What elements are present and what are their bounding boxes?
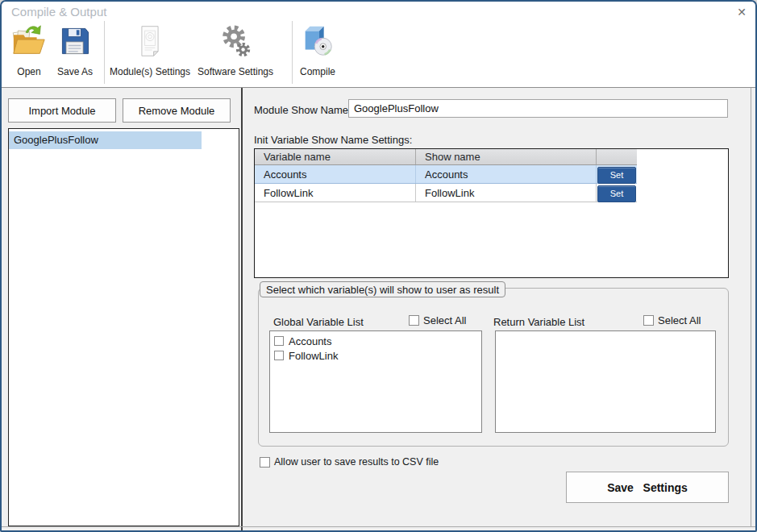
- return-select-all-label: Select All: [658, 314, 701, 326]
- toolbar-separator: [292, 21, 293, 84]
- table-row[interactable]: FollowLink FollowLink Set: [255, 184, 637, 202]
- table-header-row: Variable name Show name: [255, 149, 637, 165]
- init-variable-table: Variable name Show name Accounts Account…: [254, 148, 729, 278]
- return-variable-list-label: Return Variable List: [493, 316, 584, 328]
- csv-checkbox[interactable]: [260, 457, 270, 468]
- module-settings-document-icon: [131, 21, 169, 61]
- save-floppy-icon: [56, 21, 94, 61]
- init-variable-settings-label: Init Variable Show Name Settings:: [254, 134, 412, 146]
- software-settings-gears-icon: [216, 21, 255, 61]
- groupbox-legend: Select which variable(s) will show to us…: [260, 281, 505, 297]
- compile-box-cd-icon: [298, 21, 337, 61]
- global-variable-list-label: Global Variable List: [273, 316, 364, 328]
- variable-check-label: FollowLink: [289, 350, 338, 362]
- toolbar-button-open[interactable]: Open: [8, 21, 50, 84]
- variable-check-item[interactable]: FollowLink: [272, 348, 481, 363]
- module-show-name-input[interactable]: [348, 99, 728, 118]
- toolbar-label-software-settings: Software Settings: [198, 66, 273, 77]
- return-variable-listbox[interactable]: [495, 330, 716, 433]
- toolbar-button-compile[interactable]: Compile: [294, 21, 341, 84]
- toolbar-button-software-settings[interactable]: Software Settings: [194, 21, 277, 84]
- cell-variable-name: Accounts: [255, 165, 416, 183]
- csv-checkbox-label: Allow user to save results to CSV file: [274, 456, 439, 468]
- table-header-variable-name: Variable name: [255, 149, 416, 164]
- toolbar-label-save-as: Save As: [57, 66, 93, 77]
- window-right-edge: [751, 88, 751, 527]
- toolbar-label-open: Open: [17, 66, 40, 77]
- window-title: Compile & Output: [11, 5, 106, 19]
- cell-variable-name: FollowLink: [255, 184, 416, 202]
- cell-show-name: Accounts: [416, 165, 597, 183]
- return-select-all-checkbox[interactable]: [643, 315, 654, 326]
- window-bottom-edge: [2, 526, 757, 527]
- panel-divider: [241, 88, 243, 532]
- set-button[interactable]: Set: [597, 167, 636, 184]
- global-select-all-label: Select All: [423, 314, 466, 326]
- global-variable-listbox[interactable]: Accounts FollowLink: [269, 330, 482, 433]
- variable-check-label: Accounts: [289, 335, 331, 347]
- import-module-button[interactable]: Import Module: [8, 98, 116, 123]
- global-select-all[interactable]: Select All: [409, 314, 466, 326]
- close-icon[interactable]: ✕: [732, 4, 751, 20]
- open-folder-icon: [10, 21, 48, 61]
- remove-module-button[interactable]: Remove Module: [123, 98, 231, 123]
- table-header-show-name: Show name: [416, 149, 597, 164]
- compile-output-window: Compile & Output ✕ Open: [0, 0, 757, 532]
- module-list[interactable]: GooglePlusFollow: [8, 128, 239, 526]
- module-show-name-label: Module Show Name:: [254, 104, 351, 116]
- table-row[interactable]: Accounts Accounts Set: [255, 165, 637, 184]
- variable-checkbox[interactable]: [274, 351, 284, 360]
- table-header-action: [597, 149, 637, 164]
- toolbar-button-module-settings[interactable]: Module(s) Settings: [107, 21, 193, 84]
- toolbar-label-module-settings: Module(s) Settings: [110, 66, 190, 77]
- variable-check-item[interactable]: Accounts: [272, 334, 481, 348]
- csv-option[interactable]: Allow user to save results to CSV file: [260, 456, 439, 468]
- module-list-item[interactable]: GooglePlusFollow: [9, 131, 202, 149]
- toolbar-button-save-as[interactable]: Save As: [52, 21, 98, 84]
- cell-show-name: FollowLink: [416, 184, 597, 202]
- global-select-all-checkbox[interactable]: [409, 315, 419, 326]
- set-button[interactable]: Set: [597, 185, 636, 202]
- variable-checkbox[interactable]: [274, 336, 284, 346]
- toolbar-separator: [104, 21, 105, 84]
- save-settings-button[interactable]: Save Settings: [566, 472, 729, 503]
- toolbar-label-compile: Compile: [300, 66, 335, 77]
- return-select-all[interactable]: Select All: [643, 314, 701, 326]
